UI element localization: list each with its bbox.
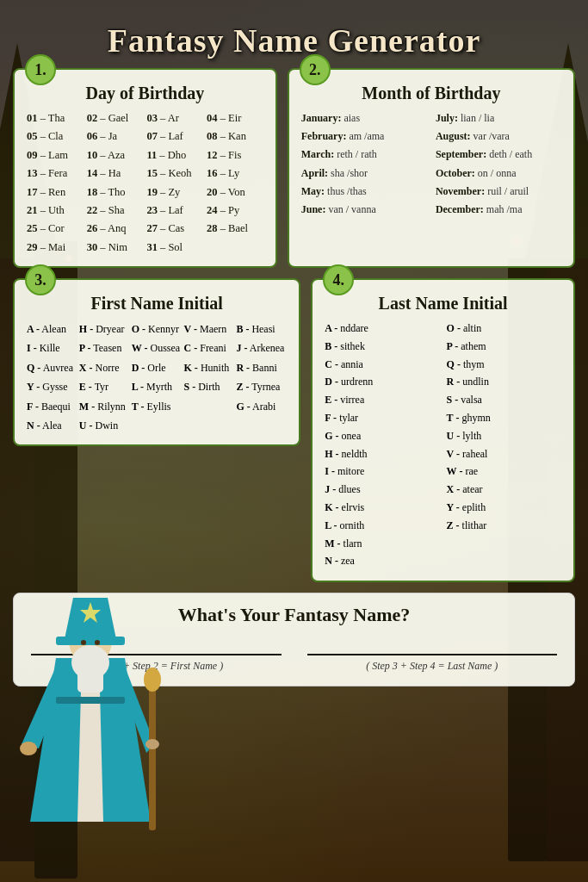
last-item-left: G - onea <box>325 428 439 445</box>
day-item: 12 – Fis <box>207 147 263 164</box>
last-item-left: E - virrea <box>325 392 439 409</box>
day-grid: 01 – Tha02 – Gael03 – Ar04 – Eir05 – Cla… <box>27 110 263 256</box>
month-item-right: July: lian / lia <box>436 110 561 127</box>
initial-item: E - Tyr <box>79 378 130 395</box>
day-item: 05 – Cla <box>27 128 84 145</box>
svg-rect-18 <box>77 658 103 693</box>
last-item-right: Y - eplith <box>447 500 561 517</box>
initial-item: S - Dirth <box>184 378 235 395</box>
day-item: 09 – Lam <box>27 147 84 164</box>
bottom-line-right: ( Step 3 + Step 4 = Last Name ) <box>307 637 558 673</box>
panel3-title: First Name Initial <box>27 294 287 314</box>
month-item-left: February: am /ama <box>301 128 427 145</box>
last-item-left: F - tylar <box>325 410 439 427</box>
panel1-title: Day of Birthday <box>27 84 263 103</box>
last-item-right: R - undlin <box>447 374 561 391</box>
panel3-number: 3. <box>25 264 56 295</box>
svg-point-28 <box>20 742 37 755</box>
panel2-number: 2. <box>300 54 331 85</box>
month-item-right: October: on / onna <box>436 165 561 182</box>
initial-item <box>132 417 183 434</box>
day-item: 25 – Cor <box>27 220 84 237</box>
initial-item: K - Hunith <box>184 359 235 376</box>
initial-item: H - Dryear <box>79 320 130 338</box>
day-item: 21 – Uth <box>27 202 84 219</box>
last-item-right: Z - tlithar <box>447 518 561 535</box>
last-grid: A - nddareO - altinB - sithekP - athemC … <box>325 320 561 570</box>
last-item-right <box>447 536 561 553</box>
month-item-right: September: deth / eath <box>436 146 561 163</box>
day-item: 08 – Kan <box>207 128 263 145</box>
day-item: 24 – Py <box>207 202 263 219</box>
initial-item: V - Maern <box>184 320 235 338</box>
last-item-right <box>447 553 561 570</box>
initial-item: C - Freani <box>184 339 235 357</box>
day-item: 27 – Cas <box>146 220 203 237</box>
svg-rect-27 <box>56 697 125 704</box>
last-item-right: V - raheal <box>447 446 561 463</box>
initial-grid-first: A - AleanH - DryearO - KennyrV - MaernB … <box>27 320 287 434</box>
svg-rect-20 <box>56 637 125 645</box>
day-item: 13 – Fera <box>27 165 84 182</box>
day-item: 31 – Sol <box>146 239 203 256</box>
page-title: Fantasy Name Generator <box>13 9 575 68</box>
panel4-title: Last Name Initial <box>325 294 561 314</box>
svg-point-22 <box>81 640 86 645</box>
last-item-right: W - rae <box>447 463 561 481</box>
day-item: 29 – Mai <box>27 239 84 256</box>
month-item-left: April: sha /shor <box>301 165 427 182</box>
day-item: 20 – Von <box>207 184 263 201</box>
day-item: 28 – Bael <box>207 220 263 237</box>
last-name-line <box>307 637 558 655</box>
day-item: 06 – Ja <box>87 128 144 145</box>
initial-item: T - Eyllis <box>132 398 183 415</box>
initial-item: O - Kennyr <box>132 320 183 338</box>
initial-item: L - Myrth <box>132 378 183 395</box>
last-item-left: L - ornith <box>325 518 439 535</box>
panel1-number: 1. <box>25 54 56 85</box>
last-item-left: K - elrvis <box>325 500 439 517</box>
initial-item: R - Banni <box>236 359 287 376</box>
day-item: 01 – Tha <box>27 110 84 127</box>
svg-point-25 <box>144 668 161 692</box>
day-item: 26 – Anq <box>87 220 144 237</box>
panel-last: 4. Last Name Initial A - nddareO - altin… <box>311 278 575 582</box>
day-item: 14 – Ha <box>87 165 144 182</box>
initial-item <box>184 398 235 415</box>
last-item-right: X - atear <box>447 481 561 499</box>
last-item-right: Q - thym <box>447 357 561 374</box>
last-item-left: C - annia <box>325 357 439 374</box>
day-item: 16 – Ly <box>207 165 263 182</box>
last-item-left: B - sithek <box>325 339 439 356</box>
day-item: 07 – Laf <box>146 128 203 145</box>
panel-month: 2. Month of Birthday January: aiasJuly: … <box>288 68 575 268</box>
svg-point-26 <box>145 739 159 749</box>
initial-item: D - Orle <box>132 359 183 376</box>
initial-item: N - Alea <box>27 417 77 434</box>
svg-point-23 <box>95 640 100 645</box>
last-item-left: H - neldth <box>325 446 439 463</box>
last-item-left: J - dlues <box>325 481 439 499</box>
month-item-right: November: ruil / aruil <box>436 183 561 200</box>
initial-item: B - Heasi <box>236 320 287 338</box>
panel-first: 3. First Name Initial A - AleanH - Dryea… <box>13 278 300 446</box>
initial-item: Z - Tyrnea <box>236 378 287 395</box>
day-item: 17 – Ren <box>27 184 84 201</box>
month-item-left: June: van / vanna <box>301 202 427 218</box>
initial-item: W - Oussea <box>132 339 183 357</box>
initial-item: U - Dwin <box>79 417 130 434</box>
day-item: 22 – Sha <box>87 202 144 219</box>
last-item-left: M - tlarn <box>325 536 439 553</box>
day-item: 11 – Dho <box>146 147 203 164</box>
panel-day: 1. Day of Birthday 01 – Tha02 – Gael03 –… <box>13 68 277 268</box>
last-item-left: D - urdrenn <box>325 374 439 391</box>
panel2-title: Month of Birthday <box>301 84 561 103</box>
month-item-left: January: aias <box>301 110 427 127</box>
day-item: 30 – Nim <box>87 239 144 256</box>
last-item-right: O - altin <box>447 320 561 338</box>
last-item-left: I - mitore <box>325 463 439 481</box>
month-item-right: December: mah /ma <box>436 202 561 218</box>
initial-item: Y - Gysse <box>27 378 77 395</box>
day-item: 19 – Zy <box>146 184 203 201</box>
svg-rect-24 <box>149 684 156 830</box>
